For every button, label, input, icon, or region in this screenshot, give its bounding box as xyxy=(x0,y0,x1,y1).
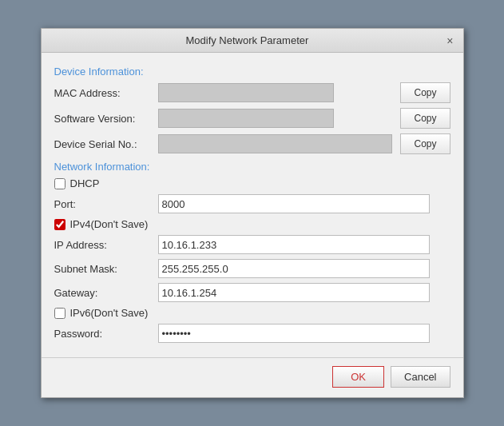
ipv6-checkbox[interactable] xyxy=(54,308,65,319)
device-info-section-label: Device Information: xyxy=(54,66,450,78)
gateway-input[interactable] xyxy=(158,283,430,302)
gateway-label: Gateway: xyxy=(54,287,158,299)
serial-copy-button[interactable]: Copy xyxy=(400,133,450,154)
subnet-mask-label: Subnet Mask: xyxy=(54,263,158,275)
mac-address-value xyxy=(158,83,334,102)
device-serial-row: Device Serial No.: Copy xyxy=(54,133,450,154)
ipv6-row: IPv6(Don't Save) xyxy=(54,307,450,319)
password-input[interactable] xyxy=(158,324,430,343)
device-serial-label: Device Serial No.: xyxy=(54,138,158,150)
software-version-label: Software Version: xyxy=(54,113,158,125)
software-version-row: Software Version: Copy xyxy=(54,108,450,129)
modify-network-dialog: Modify Network Parameter × Device Inform… xyxy=(41,28,464,398)
ip-address-row: IP Address: xyxy=(54,235,450,254)
dhcp-label[interactable]: DHCP xyxy=(70,177,100,189)
password-label: Password: xyxy=(54,328,158,340)
close-button[interactable]: × xyxy=(445,35,454,46)
subnet-mask-row: Subnet Mask: xyxy=(54,259,450,278)
cancel-button[interactable]: Cancel xyxy=(391,366,450,388)
mac-address-label: MAC Address: xyxy=(54,87,158,99)
gateway-row: Gateway: xyxy=(54,283,450,302)
port-label: Port: xyxy=(54,198,158,210)
mac-copy-button[interactable]: Copy xyxy=(400,82,450,103)
ipv4-label[interactable]: IPv4(Don't Save) xyxy=(70,218,149,230)
network-info-section-label: Network Information: xyxy=(54,161,450,173)
ipv4-row: IPv4(Don't Save) xyxy=(54,218,450,230)
ok-button[interactable]: OK xyxy=(332,366,384,388)
dhcp-row: DHCP xyxy=(54,177,450,189)
ipv6-label[interactable]: IPv6(Don't Save) xyxy=(70,307,149,319)
mac-address-row: MAC Address: Copy xyxy=(54,82,450,103)
ip-address-input[interactable] xyxy=(158,235,430,254)
subnet-mask-input[interactable] xyxy=(158,259,430,278)
software-version-value xyxy=(158,109,334,128)
ip-address-label: IP Address: xyxy=(54,239,158,251)
software-copy-button[interactable]: Copy xyxy=(400,108,450,129)
title-bar: Modify Network Parameter × xyxy=(42,29,463,53)
password-row: Password: xyxy=(54,324,450,343)
dhcp-checkbox[interactable] xyxy=(54,178,65,189)
dialog-title: Modify Network Parameter xyxy=(50,34,446,46)
dialog-body: Device Information: MAC Address: Copy So… xyxy=(42,53,463,357)
device-serial-value xyxy=(158,134,393,153)
port-input[interactable] xyxy=(158,194,430,213)
dialog-footer: OK Cancel xyxy=(42,357,463,397)
port-row: Port: xyxy=(54,194,450,213)
ipv4-checkbox[interactable] xyxy=(54,219,65,230)
